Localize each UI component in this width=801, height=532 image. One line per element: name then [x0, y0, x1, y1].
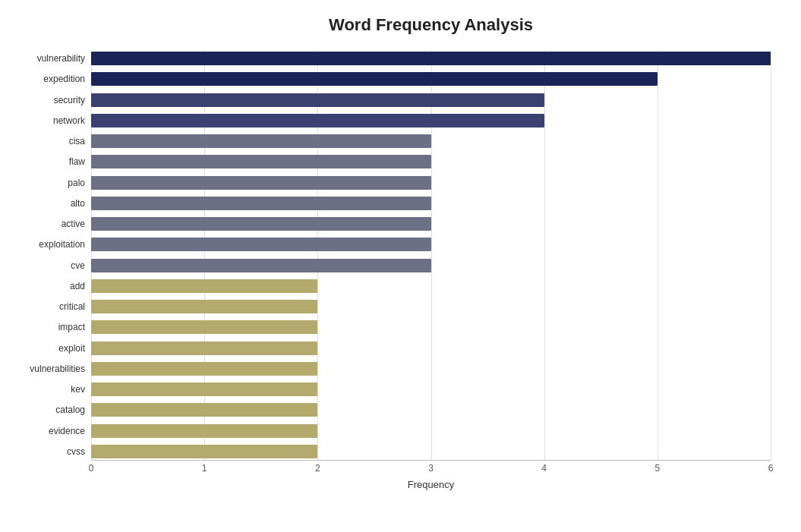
bar-row: active	[91, 216, 771, 232]
bar	[91, 238, 431, 251]
bar-row: network	[91, 112, 771, 129]
bar	[91, 52, 771, 65]
bar	[91, 403, 317, 417]
x-tick: 1	[202, 463, 207, 474]
bar-row: flaw	[91, 153, 771, 170]
bar-label: alto	[2, 198, 85, 209]
x-tick: 5	[654, 463, 660, 474]
bar-label: critical	[2, 301, 85, 312]
bar-label: security	[2, 95, 85, 105]
bar-row: impact	[91, 319, 771, 335]
bar-row: add	[91, 278, 771, 294]
bar	[91, 176, 431, 190]
bar-row: exploit	[91, 340, 771, 357]
chart-container: Word Frequency Analysis vulnerabilityexp…	[0, 0, 801, 532]
bar-label: cisa	[2, 136, 85, 146]
bar	[91, 93, 544, 107]
bar	[91, 72, 658, 86]
chart-title: Word Frequency Analysis	[91, 15, 771, 35]
bar-label: vulnerability	[2, 53, 85, 64]
bar-label: add	[2, 281, 85, 291]
x-tick: 6	[768, 463, 774, 474]
bar-label: expedition	[2, 74, 85, 84]
bar-label: evidence	[2, 426, 85, 436]
bar-label: flaw	[2, 156, 85, 167]
x-tick: 0	[89, 463, 94, 474]
bar	[91, 424, 317, 438]
bar	[91, 342, 317, 355]
bar-label: catalog	[2, 405, 85, 415]
bar-row: security	[91, 92, 771, 109]
bar-label: exploit	[2, 343, 85, 354]
bar-row: vulnerability	[91, 50, 771, 67]
bar	[91, 197, 431, 210]
bar	[91, 217, 431, 231]
bars-container: vulnerabilityexpeditionsecuritynetworkci…	[91, 50, 771, 460]
grid-line	[771, 50, 771, 460]
bar-row: evidence	[91, 423, 771, 439]
bar	[91, 155, 431, 168]
chart-area: vulnerabilityexpeditionsecuritynetworkci…	[91, 50, 771, 490]
bar-label: exploitation	[2, 239, 85, 250]
bar	[91, 114, 544, 127]
bar-row: cve	[91, 257, 771, 274]
x-tick: 4	[541, 463, 547, 474]
bar-row: cvss	[91, 443, 771, 460]
bar	[91, 259, 431, 272]
bar-label: palo	[2, 178, 85, 188]
bar-label: impact	[2, 322, 85, 332]
bar	[91, 362, 317, 376]
bar-row: vulnerabilities	[91, 360, 771, 377]
bar-label: vulnerabilities	[2, 364, 85, 374]
bar-label: network	[2, 115, 85, 126]
bar	[91, 300, 317, 313]
bar-row: exploitation	[91, 236, 771, 253]
bar-label: kev	[2, 384, 85, 395]
bar	[91, 320, 317, 334]
bar-row: expedition	[91, 71, 771, 87]
bar	[91, 382, 317, 396]
x-tick: 2	[315, 463, 320, 474]
x-tick: 3	[428, 463, 434, 474]
x-axis: 0123456Frequency	[91, 460, 771, 490]
bar-row: alto	[91, 195, 771, 212]
bar-row: cisa	[91, 133, 771, 150]
x-axis-line	[91, 460, 771, 461]
bar	[91, 134, 431, 148]
bar-row: catalog	[91, 401, 771, 418]
bar-row: kev	[91, 381, 771, 398]
bar-row: critical	[91, 298, 771, 315]
x-axis-label: Frequency	[408, 479, 454, 490]
bar-label: cvss	[2, 446, 85, 457]
bar-row: palo	[91, 175, 771, 191]
bar	[91, 445, 317, 458]
bar	[91, 279, 317, 293]
bar-label: active	[2, 219, 85, 229]
bar-label: cve	[2, 260, 85, 271]
